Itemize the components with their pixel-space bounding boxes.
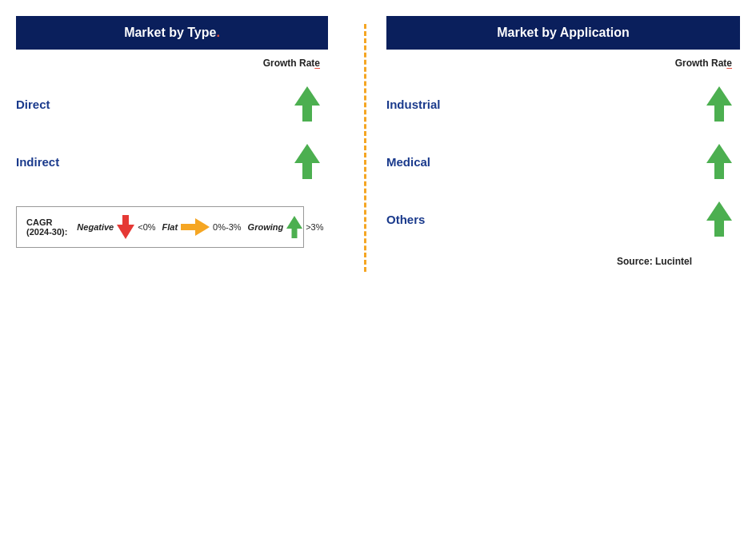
- source-label: Source: Lucintel: [386, 256, 740, 267]
- medical-label: Medical: [386, 155, 430, 169]
- flat-arrow-icon: [181, 218, 210, 236]
- legend-flat-label: Flat: [162, 222, 178, 232]
- left-title-text: Market by Type: [124, 26, 216, 39]
- industrial-arrow-wrapper: [441, 86, 732, 122]
- indirect-arrow-wrapper: [59, 144, 320, 179]
- others-label: Others: [386, 213, 425, 226]
- legend-box: CAGR(2024-30): Negative <0% Flat 0%-3% G…: [16, 206, 304, 248]
- direct-arrow-wrapper: [50, 86, 320, 122]
- right-growth-rate-label: Growth Rate: [386, 58, 740, 69]
- legend-negative-range: <0%: [138, 222, 155, 232]
- legend-negative-label: Negative: [77, 222, 114, 232]
- legend-negative: Negative <0%: [77, 215, 155, 239]
- right-panel: Market by Application Growth Rate Indust…: [370, 16, 740, 530]
- industrial-label: Industrial: [386, 98, 441, 111]
- legend-growing-range: >3%: [306, 222, 323, 232]
- direct-growth-arrow-icon: [294, 86, 320, 122]
- others-arrow-wrapper: [425, 201, 732, 237]
- list-item: Medical: [386, 133, 740, 190]
- growing-arrow-icon: [286, 216, 302, 238]
- negative-arrow-icon: [117, 215, 134, 239]
- list-item: Industrial: [386, 75, 740, 133]
- right-title-text: Market by Application: [497, 26, 630, 39]
- direct-label: Direct: [16, 98, 50, 111]
- left-panel-title: Market by Type.: [16, 16, 328, 50]
- others-growth-arrow-icon: [706, 201, 732, 237]
- legend-cagr-label: CAGR(2024-30):: [26, 217, 67, 237]
- industrial-growth-arrow-icon: [706, 86, 732, 122]
- legend-growing: Growing >3%: [248, 216, 324, 238]
- legend-growing-label: Growing: [248, 222, 284, 232]
- right-panel-title: Market by Application: [386, 16, 740, 50]
- list-item: Direct: [16, 75, 328, 133]
- left-panel: Market by Type. Growth Rate Direct Indir…: [16, 16, 360, 530]
- list-item: Indirect: [16, 133, 328, 190]
- indirect-growth-arrow-icon: [294, 144, 320, 179]
- legend-flat: Flat 0%-3%: [162, 218, 242, 236]
- legend-flat-range: 0%-3%: [213, 222, 241, 232]
- medical-growth-arrow-icon: [706, 144, 732, 179]
- list-item: Others: [386, 190, 740, 248]
- left-growth-rate-label: Growth Rate: [16, 58, 328, 69]
- medical-arrow-wrapper: [430, 144, 732, 179]
- panel-divider: [364, 24, 366, 272]
- indirect-label: Indirect: [16, 155, 59, 169]
